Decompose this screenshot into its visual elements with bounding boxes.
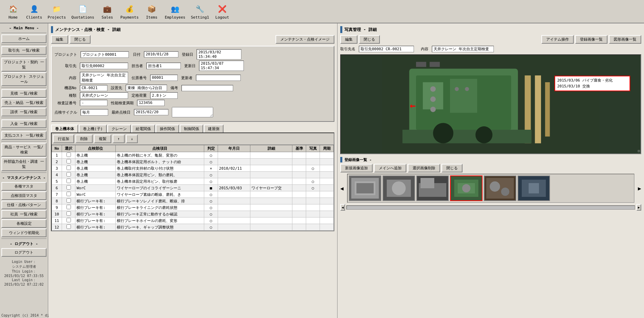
sidebar-btn-masters[interactable]: 各種マスタ <box>1 182 46 191</box>
scrollbar[interactable] <box>346 205 635 210</box>
table-row[interactable]: 2 巻上機 巻上機本体固定用ボルト、ナットの紛 ○ <box>52 159 334 165</box>
thumb-6[interactable] <box>518 176 550 201</box>
nav-logout-label: Logout <box>215 15 229 20</box>
nav-quotations[interactable]: 📄 Quotations <box>69 2 97 21</box>
nav-sales-label: Sales <box>102 15 113 20</box>
nav-employees[interactable]: 👥 Employees <box>162 2 188 21</box>
thumb-2[interactable] <box>383 176 415 201</box>
thumb-prev-btn[interactable]: ◀ <box>340 185 344 192</box>
sidebar-btn-schedule[interactable]: プロジェクト スケジュール <box>1 72 46 86</box>
sidebar-btn-payments[interactable]: 入金 一覧/検索 <box>1 119 46 128</box>
cell-select[interactable] <box>62 165 75 172</box>
nav-payments[interactable]: 💰 Payments <box>118 2 142 21</box>
sidebar-btn-clients[interactable]: 取引先 一覧/検索 <box>1 46 46 55</box>
scroll-right-btn[interactable]: ▶ <box>636 204 641 211</box>
thumb-4[interactable] <box>450 176 482 201</box>
cell-part: 巻上機 <box>75 172 116 178</box>
nav-projects[interactable]: 📁 Projects <box>45 2 69 21</box>
row-down-btn[interactable]: ↓ <box>126 135 138 143</box>
table-container: 行追加 削除 複製 ↑ ↓ No 選択 点検部位 点検項目 <box>51 132 334 231</box>
row-add-btn[interactable]: 行追加 <box>53 135 74 143</box>
thumb-3[interactable] <box>416 176 449 201</box>
table-row[interactable]: 5 巻上機 巻上機本体固定用吊ピン、取付板磨 ○ ○ <box>52 178 334 185</box>
table-row[interactable]: 3 巻上機 巻上機取付支持材の取り付け状態 × 2010/02/11 ○ <box>52 165 334 172</box>
sidebar-btn-projects[interactable]: プロジェクト・契約 一覧 <box>1 58 46 72</box>
right-edit-btn[interactable]: 編集 <box>340 35 357 44</box>
row-copy-btn[interactable]: 複製 <box>94 135 111 143</box>
sidebar-btn-estimates[interactable]: 見積 一覧/検索 <box>1 89 46 98</box>
sidebar-btn-init[interactable]: ウィンドウ初期化 <box>1 229 46 237</box>
cell-photo: ○ <box>306 178 320 185</box>
add-image-btn[interactable]: 新規画像追加 <box>340 164 373 172</box>
nav-logout[interactable]: ❌ Logout <box>212 2 232 21</box>
cell-select[interactable] <box>62 198 75 204</box>
cell-select[interactable] <box>62 152 75 159</box>
col-photo: 写真 <box>306 145 320 152</box>
nav-items[interactable]: 📦 Items <box>142 2 162 21</box>
table-row[interactable]: 10 横行ブレーキ有: 横行ブレーキ正常に動作するか確認 ○ <box>52 211 334 218</box>
cell-select[interactable] <box>62 172 75 178</box>
cell-select[interactable] <box>62 224 75 231</box>
row-delete-btn[interactable]: 削除 <box>75 135 93 143</box>
sidebar-btn-partners[interactable]: 外部協力会社・調達 一覧 <box>1 157 46 171</box>
registered-list-btn[interactable]: 登録画像一覧 <box>575 35 607 44</box>
cell-select[interactable] <box>62 159 75 165</box>
thumb-5[interactable] <box>484 176 516 201</box>
sidebar-btn-products[interactable]: 商品・サービス 一覧/検索 <box>1 143 46 157</box>
sidebar-btn-sales[interactable]: 売上・納品 一覧/検索 <box>1 98 46 107</box>
scroll-left-btn[interactable]: ◀ <box>340 204 345 211</box>
sidebar-btn-employees[interactable]: 社員 一覧/検索 <box>1 210 46 219</box>
cell-select[interactable] <box>62 211 75 218</box>
cell-select[interactable] <box>62 178 75 185</box>
thumb-1[interactable] <box>349 176 381 201</box>
drawing-list-btn[interactable]: 図形画像一覧 <box>609 35 641 44</box>
col-judgment: 判定 <box>204 145 218 152</box>
tab-control[interactable]: 制御関係 <box>180 125 203 132</box>
nav-home[interactable]: 🏠 Home <box>3 2 23 21</box>
add-main-btn[interactable]: メインへ追加 <box>374 164 406 172</box>
sidebar-btn-logout[interactable]: ログアウト <box>1 248 46 257</box>
svg-point-15 <box>433 123 453 143</box>
table-row[interactable]: 6 WorC ワイヤーロープのイコライザーシーニ ■ 2015/03/03 ワイ… <box>52 185 334 191</box>
cell-date <box>218 204 250 211</box>
cell-select[interactable] <box>62 218 75 224</box>
tab-power[interactable]: 給電関係 <box>132 125 155 132</box>
resize-handle[interactable]: ⊡ <box>638 149 640 153</box>
delete-image-btn[interactable]: 選択画像削除 <box>408 164 440 172</box>
nav-setting1[interactable]: 🔧 Setting1 <box>188 2 212 21</box>
cell-select[interactable] <box>62 191 75 198</box>
table-row[interactable]: 11 横行ブレーキ有: 横行ブレーキホイールの磨耗、変形 ○ <box>52 218 334 224</box>
table-row[interactable]: 1 巻上機 巻上機の外観にキズ、亀裂、変形の ○ <box>52 152 334 159</box>
table-row[interactable]: 12 横行ブレーキ有: 横行ブレーキ、ギャップ調整状態 ○ <box>52 224 334 231</box>
tab-crane[interactable]: クレーン <box>107 125 131 132</box>
image-btn[interactable]: メンテナンス・点検イメージ <box>276 35 334 44</box>
item-ops-btn[interactable]: アイテム操作 <box>541 35 574 44</box>
row-up-btn[interactable]: ↑ <box>113 135 125 143</box>
tab-building[interactable]: 建屋側 <box>204 125 224 132</box>
left-edit-btn[interactable]: 編集 <box>51 35 68 44</box>
tab-main-body[interactable]: 巻上機本体 <box>51 125 78 132</box>
sidebar-btn-costs[interactable]: 支払コスト 一覧/検索 <box>1 131 46 140</box>
tab-child[interactable]: 巻上機(子) <box>79 125 107 132</box>
thumb-next-btn[interactable]: ▶ <box>638 185 641 192</box>
sidebar-btn-patterns[interactable]: 仕様・点検パターン <box>1 201 46 209</box>
cell-select[interactable] <box>62 185 75 191</box>
notes-textarea[interactable] <box>172 107 213 117</box>
table-row[interactable]: 9 横行ブレーキ有: 横行ブレーキライニングの磨耗状態 ○ <box>52 204 334 211</box>
left-close-btn[interactable]: 閉じる <box>70 35 91 44</box>
nav-sales[interactable]: 💼 Sales <box>97 2 118 21</box>
last-login-label: Last Login： <box>1 278 46 283</box>
table-row[interactable]: 8 横行ブレーキ有: 横行ブレーキソレノイド磨耗、断線、排 ○ <box>52 198 334 204</box>
sidebar-btn-check-master[interactable]: 点検項目マスタ <box>1 191 46 200</box>
sidebar-btn-settings[interactable]: 各種設定 <box>1 219 46 228</box>
right-content-value: 天井クレーン 年次自主定期検査 <box>432 46 494 52</box>
table-row[interactable]: 7 WorC ワイヤーロープ素線の断線、磨耗、き ○ <box>52 191 334 198</box>
tab-operation[interactable]: 操作関係 <box>156 125 179 132</box>
cell-select[interactable] <box>62 204 75 211</box>
table-row[interactable]: 4 巻上機 巻上機本体固定用ピン、類の磨耗、 ○ <box>52 172 334 178</box>
sidebar-btn-home[interactable]: ホーム <box>1 34 46 43</box>
right-close-btn[interactable]: 閉じる <box>359 35 380 44</box>
nav-clients[interactable]: 👤 Clients <box>23 2 45 21</box>
sidebar-btn-invoices[interactable]: 請求 一覧/検索 <box>1 108 46 116</box>
close-image-btn[interactable]: 閉じる <box>442 164 463 172</box>
